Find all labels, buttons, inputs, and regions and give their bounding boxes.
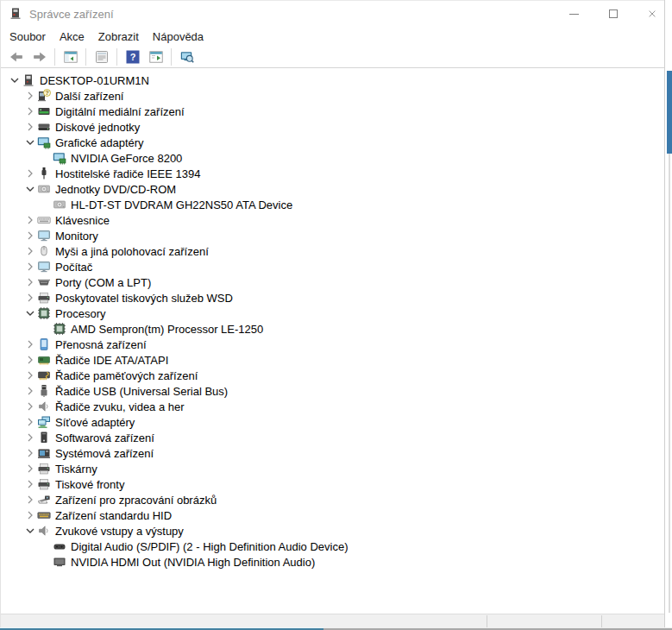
- tree-item[interactable]: Tiskárny: [1, 461, 664, 476]
- tree-item-label: Digitální mediální zařízení: [55, 105, 185, 118]
- chevron-right-icon[interactable]: [23, 275, 37, 289]
- tree-item[interactable]: NVIDIA GeForce 8200: [1, 150, 664, 166]
- back-button[interactable]: [5, 47, 27, 66]
- scan-hardware-changes-button[interactable]: [176, 47, 198, 66]
- cd-drive-icon: [37, 182, 51, 196]
- chevron-right-icon[interactable]: [23, 213, 37, 227]
- toolbar-separator: [171, 48, 172, 66]
- tree-item-label: Digital Audio (S/PDIF) (2 - High Definit…: [71, 540, 349, 553]
- tree-item[interactable]: Grafické adaptéry: [1, 135, 664, 150]
- chevron-right-icon[interactable]: [23, 120, 37, 134]
- chevron-right-icon[interactable]: [23, 415, 37, 429]
- tree-item-label: Klávesnice: [55, 214, 110, 227]
- tree-item[interactable]: ?Další zařízení: [1, 88, 664, 104]
- chevron-right-icon[interactable]: [23, 400, 37, 413]
- tree-item[interactable]: AMD Sempron(tm) Processor LE-1250: [1, 321, 664, 337]
- tree-item[interactable]: Řadiče paměťových zařízení: [1, 368, 664, 383]
- storage-controller-icon: [37, 369, 51, 382]
- tree-item[interactable]: Síťové adaptéry: [1, 414, 664, 430]
- tree-item[interactable]: Procesory: [1, 306, 664, 321]
- chevron-down-icon[interactable]: [23, 306, 37, 320]
- tree-item-label: AMD Sempron(tm) Processor LE-1250: [71, 323, 263, 336]
- tree-item[interactable]: Zařízení pro zpracování obrázků: [1, 492, 664, 507]
- tree-item[interactable]: Zařízení standardu HID: [1, 507, 664, 523]
- svg-text:?: ?: [45, 89, 49, 97]
- chevron-right-icon[interactable]: [23, 477, 37, 491]
- tree-item[interactable]: Tiskové fronty: [1, 476, 664, 492]
- tree-item[interactable]: Softwarová zařízení: [1, 430, 664, 445]
- status-separator: [601, 615, 602, 627]
- maximize-button[interactable]: [593, 1, 632, 27]
- tree-item[interactable]: HL-DT-ST DVDRAM GH22NS50 ATA Device: [1, 197, 664, 212]
- action-pane-button[interactable]: [145, 47, 166, 66]
- chevron-right-icon[interactable]: [23, 493, 37, 507]
- printer-icon: [37, 291, 51, 305]
- chevron-right-icon[interactable]: [23, 104, 37, 118]
- tree-item[interactable]: Diskové jednotky: [1, 119, 664, 135]
- tree-item-label: Grafické adaptéry: [55, 136, 144, 149]
- unknown-device-icon: ?: [37, 89, 51, 103]
- tree-item[interactable]: Jednotky DVD/CD-ROM: [1, 181, 664, 197]
- menu-zobrazit[interactable]: Zobrazit: [91, 28, 146, 46]
- tree-item[interactable]: Myši a jiná polohovací zařízení: [1, 243, 664, 259]
- chevron-down-icon[interactable]: [23, 135, 37, 149]
- tree-item[interactable]: Porty (COM a LPT): [1, 274, 664, 290]
- menu-akce[interactable]: Akce: [53, 28, 91, 46]
- tree-item[interactable]: Hostitelské řadiče IEEE 1394: [1, 166, 664, 181]
- tree-item[interactable]: NVIDIA HDMI Out (NVIDIA High Definition …: [1, 554, 664, 570]
- tree-item[interactable]: DESKTOP-01URM1N: [1, 72, 664, 88]
- chevron-right-icon[interactable]: [23, 369, 37, 382]
- chevron-right-icon[interactable]: [23, 260, 37, 274]
- tree-item[interactable]: Klávesnice: [1, 212, 664, 228]
- forward-button[interactable]: [28, 47, 50, 66]
- chevron-right-icon[interactable]: [23, 384, 37, 398]
- chevron-right-icon[interactable]: [23, 462, 37, 476]
- tree-item[interactable]: Digitální mediální zařízení: [1, 104, 664, 119]
- chevron-down-icon[interactable]: [8, 73, 22, 87]
- chevron-right-icon[interactable]: [23, 508, 37, 522]
- tree-item[interactable]: Zvukové vstupy a výstupy: [1, 523, 664, 539]
- chevron-down-icon[interactable]: [23, 524, 37, 538]
- close-button[interactable]: [632, 1, 671, 27]
- tree-item-label: Řadiče paměťových zařízení: [55, 369, 198, 382]
- tree-item[interactable]: Poskytovatel tiskových služeb WSD: [1, 290, 664, 306]
- hdmi-audio-icon: [53, 555, 66, 569]
- properties-button[interactable]: [91, 47, 112, 66]
- chevron-right-icon[interactable]: [23, 167, 37, 180]
- tree-item[interactable]: Řadiče IDE ATA/ATAPI: [1, 352, 664, 368]
- chevron-right-icon[interactable]: [23, 446, 37, 460]
- chevron-right-icon[interactable]: [23, 291, 37, 305]
- chevron-right-icon[interactable]: [23, 244, 37, 258]
- menu-soubor[interactable]: Soubor: [3, 28, 53, 46]
- tree-item[interactable]: Řadiče zvuku, videa a her: [1, 399, 664, 414]
- chevron-right-icon[interactable]: [23, 431, 37, 444]
- chevron-right-icon[interactable]: [23, 89, 37, 103]
- tree-item[interactable]: Řadiče USB (Universal Serial Bus): [1, 383, 664, 399]
- computer-icon: [22, 73, 35, 87]
- tree-item[interactable]: Počítač: [1, 259, 664, 274]
- minimize-button[interactable]: [555, 1, 593, 27]
- chevron-right-icon[interactable]: [23, 337, 37, 351]
- help-button[interactable]: ?: [122, 47, 143, 66]
- tree-item-label: Systémová zařízení: [55, 447, 154, 460]
- chevron-down-icon[interactable]: [23, 182, 37, 196]
- imaging-device-icon: [37, 493, 51, 507]
- tree-item[interactable]: Digital Audio (S/PDIF) (2 - High Definit…: [1, 539, 664, 554]
- audio-endpoint-icon: [53, 539, 66, 553]
- device-tree: DESKTOP-01URM1N?Další zařízeníDigitální …: [1, 69, 664, 614]
- portable-device-icon: [37, 337, 51, 351]
- tree-item-label: Zvukové vstupy a výstupy: [55, 525, 184, 538]
- expander-spacer: [39, 198, 53, 211]
- tree-item[interactable]: Přenosná zařízení: [1, 337, 664, 352]
- menu-napoveda[interactable]: Nápověda: [146, 28, 210, 46]
- chevron-right-icon[interactable]: [23, 229, 37, 243]
- expander-spacer: [39, 539, 53, 553]
- tree-item[interactable]: Monitory: [1, 228, 664, 243]
- chevron-right-icon[interactable]: [23, 353, 37, 367]
- show-console-tree-button[interactable]: [60, 47, 81, 66]
- cd-drive-icon: [53, 198, 66, 211]
- background-window-edge: [669, 154, 670, 613]
- tree-item-label: Poskytovatel tiskových služeb WSD: [55, 292, 233, 305]
- tree-item-label: Porty (COM a LPT): [55, 276, 151, 289]
- tree-item[interactable]: Systémová zařízení: [1, 445, 664, 461]
